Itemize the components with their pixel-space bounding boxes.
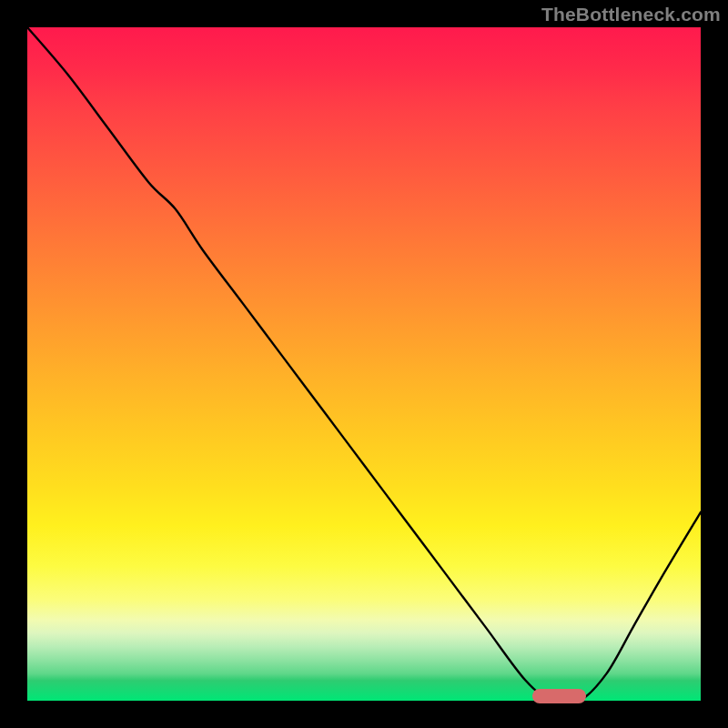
plot-area (27, 27, 701, 701)
optimal-range-marker (532, 689, 586, 703)
chart-container: TheBottleneck.com (0, 0, 728, 728)
watermark-text: TheBottleneck.com (541, 4, 721, 25)
bottleneck-curve (27, 27, 701, 701)
